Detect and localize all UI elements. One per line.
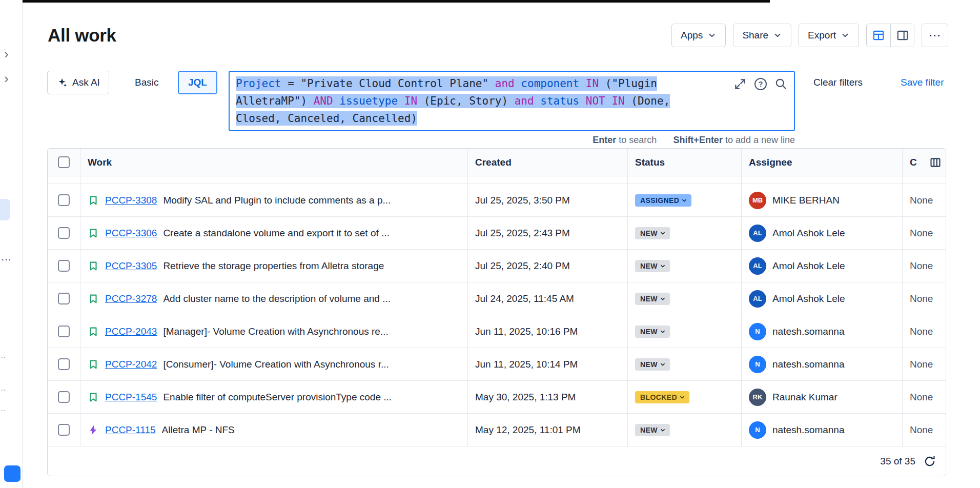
issue-summary: Add cluster name to the description of v… (163, 293, 391, 304)
issue-summary: Alletra MP - NFS (162, 424, 235, 436)
column-header-assignee[interactable]: Assignee (742, 149, 903, 176)
clear-filters-button[interactable]: Clear filters (813, 71, 863, 94)
apps-button[interactable]: Apps (671, 24, 726, 47)
issue-summary: [Consumer]- Volume Creation with Asynchr… (163, 359, 389, 370)
search-icon[interactable] (774, 77, 788, 91)
work-cell: PCCP-3306Create a standalone volume and … (80, 217, 468, 249)
created-cell: May 30, 2025, 1:13 PM (468, 381, 628, 413)
assignee-cell: MBMIKE BERHAN (742, 184, 903, 216)
chevron-down-icon (659, 328, 666, 335)
result-count: 35 of 35 (880, 456, 915, 467)
side-panel-view-button[interactable] (890, 24, 914, 47)
configure-columns-button[interactable] (929, 156, 942, 169)
sidebar-selected-item[interactable] (0, 199, 10, 220)
status-cell: NEW (628, 217, 742, 249)
assignee-name: natesh.somanna (772, 326, 845, 337)
ellipsis-icon[interactable]: ⋯ (1, 253, 11, 266)
select-all-checkbox[interactable] (58, 156, 70, 168)
extra-cell: None (903, 315, 946, 348)
chevron-down-icon (659, 426, 666, 434)
assignee-cell: ALAmol Ashok Lele (742, 217, 903, 249)
story-icon (88, 293, 99, 304)
chevron-down-icon (773, 31, 782, 40)
row-select-cell (48, 184, 80, 216)
column-header-status[interactable]: Status (628, 149, 742, 176)
status-dropdown[interactable]: NEW (635, 227, 670, 239)
created-cell: Jul 25, 2025, 3:50 PM (468, 184, 628, 216)
table-view-button[interactable] (867, 24, 890, 47)
column-header-created[interactable]: Created (468, 149, 628, 176)
issue-key-link[interactable]: PCCP-3308 (105, 195, 157, 206)
status-dropdown[interactable]: NEW (635, 424, 670, 436)
issue-key-link[interactable]: PCCP-3306 (105, 228, 157, 239)
row-checkbox[interactable] (58, 293, 70, 304)
row-select-cell (48, 315, 80, 348)
assignee-name: MIKE BERHAN (772, 195, 840, 206)
jql-mode-tab[interactable]: JQL (178, 71, 217, 94)
extra-cell: None (903, 414, 946, 446)
export-button[interactable]: Export (799, 24, 859, 47)
jql-editor[interactable]: Project = "Private Cloud Control Plane" … (229, 71, 795, 131)
jql-hints: Enter to searchShift+Enter to add a new … (229, 135, 795, 146)
work-cell: PCCP-2042[Consumer]- Volume Creation wit… (80, 348, 468, 380)
shift-enter-hint-text: to add a new line (723, 135, 795, 145)
ask-ai-label: Ask AI (72, 77, 100, 88)
table-row: PCCP-1545Enable filter of computeServer … (48, 381, 946, 414)
issue-key-link[interactable]: PCCP-2042 (105, 359, 157, 370)
share-button[interactable]: Share (733, 24, 791, 47)
row-select-cell (48, 414, 80, 446)
assignee-name: Amol Ashok Lele (772, 260, 845, 272)
row-checkbox[interactable] (58, 424, 70, 436)
status-cell: NEW (628, 414, 742, 446)
column-header-work[interactable]: Work (80, 149, 468, 176)
status-dropdown[interactable]: NEW (635, 260, 670, 272)
sidebar-item-fragment: ⋯ (0, 385, 6, 395)
issue-summary: Retrieve the storage properties from All… (163, 260, 384, 272)
expand-icon[interactable] (733, 77, 747, 91)
status-dropdown[interactable]: BLOCKED (635, 391, 689, 403)
chevron-down-icon (841, 31, 850, 40)
table-row: PCCP-1115Alletra MP - NFSMay 12, 2025, 1… (48, 414, 946, 446)
apps-button-label: Apps (681, 30, 703, 41)
row-checkbox[interactable] (58, 260, 70, 272)
extra-cell: None (903, 217, 946, 249)
row-checkbox[interactable] (58, 227, 70, 239)
issue-summary: Modify SAL and Plugin to include comment… (163, 195, 391, 206)
status-dropdown[interactable]: ASSIGNED (635, 194, 691, 207)
issue-key-link[interactable]: PCCP-3278 (105, 293, 157, 304)
assignee-cell: Nnatesh.somanna (742, 348, 903, 380)
save-filter-link[interactable]: Save filter (901, 71, 944, 94)
work-cell: PCCP-1115Alletra MP - NFS (80, 414, 468, 446)
work-table: Work Created Status Assignee C PCCP-3308… (47, 148, 946, 476)
chevron-right-icon[interactable]: › (4, 47, 9, 60)
ask-ai-button[interactable]: Ask AI (47, 71, 109, 94)
story-icon (88, 228, 99, 239)
help-icon[interactable]: ? (754, 78, 767, 90)
assignee-name: natesh.somanna (772, 359, 845, 370)
refresh-button[interactable] (923, 455, 936, 468)
issue-key-link[interactable]: PCCP-1545 (105, 392, 157, 403)
status-dropdown[interactable]: NEW (635, 293, 670, 305)
all-work-page: All work Apps Share Export (23, 0, 980, 488)
status-dropdown[interactable]: NEW (635, 358, 670, 371)
row-checkbox[interactable] (58, 358, 70, 370)
issue-key-link[interactable]: PCCP-2043 (105, 326, 157, 337)
row-checkbox[interactable] (58, 326, 70, 337)
column-header-truncated[interactable]: C (903, 149, 946, 176)
issue-key-link[interactable]: PCCP-1115 (105, 424, 156, 436)
table-row: PCCP-2042[Consumer]- Volume Creation wit… (48, 348, 946, 381)
sidebar-app-icon[interactable] (4, 465, 21, 482)
issue-key-link[interactable]: PCCP-3305 (105, 260, 157, 272)
chevron-down-icon (707, 31, 717, 40)
more-actions-button[interactable]: ⋯ (922, 24, 948, 47)
chevron-right-icon[interactable]: › (4, 72, 9, 85)
created-cell: May 12, 2025, 11:01 PM (468, 414, 628, 446)
status-cell: NEW (628, 315, 742, 348)
row-select-cell (48, 217, 80, 249)
status-cell: BLOCKED (628, 381, 742, 413)
status-dropdown[interactable]: NEW (635, 326, 670, 338)
row-checkbox[interactable] (58, 391, 70, 403)
sidebar-item-fragment: ⋯ (0, 353, 6, 362)
row-checkbox[interactable] (58, 194, 70, 206)
basic-mode-tab[interactable]: Basic (132, 71, 161, 94)
